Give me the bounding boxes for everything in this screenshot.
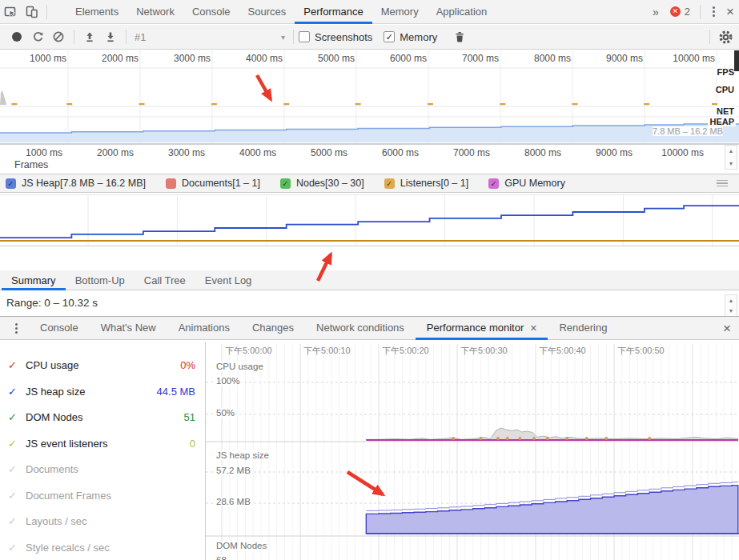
metric-row-document-frames[interactable]: ✓Document Frames bbox=[0, 482, 205, 509]
drawer-tab-animations[interactable]: Animations bbox=[167, 316, 241, 340]
devtools-menu-icon[interactable] bbox=[705, 6, 721, 17]
legend-checkbox[interactable]: ✓ bbox=[280, 178, 291, 189]
drawer-tab-performance-monitor[interactable]: Performance monitor× bbox=[416, 316, 548, 340]
details-tab-event-log[interactable]: Event Log bbox=[195, 270, 262, 290]
history-select[interactable]: #1 ▾ bbox=[131, 31, 288, 43]
load-profile-icon[interactable] bbox=[79, 26, 100, 47]
memory-checkbox[interactable]: ✓ bbox=[384, 31, 395, 42]
ruler-tick: 10000 ms bbox=[637, 147, 704, 158]
scroll-up-icon[interactable]: ▲ bbox=[729, 146, 734, 156]
scroll-up-icon[interactable]: ▲ bbox=[729, 295, 734, 306]
divider bbox=[293, 30, 294, 44]
more-tabs-chevron-icon[interactable]: » bbox=[646, 6, 665, 18]
drawer-menu-icon[interactable] bbox=[8, 323, 24, 334]
scroll-down-icon[interactable]: ▼ bbox=[729, 158, 734, 169]
drawer-tab-console[interactable]: Console bbox=[29, 316, 90, 340]
ruler-tick: 5000 ms bbox=[280, 147, 347, 158]
metric-label: DOM Nodes bbox=[26, 411, 184, 423]
save-profile-icon[interactable] bbox=[100, 26, 121, 47]
time-tick-label: 下午5:00:30 bbox=[460, 345, 508, 357]
legend-label: Nodes[30 – 30] bbox=[296, 178, 364, 189]
screenshots-checkbox[interactable] bbox=[299, 31, 310, 42]
metric-checkmark-icon: ✓ bbox=[8, 515, 26, 527]
legend-item[interactable]: Documents[1 – 1] bbox=[166, 178, 260, 189]
ruler-tick: 9000 ms bbox=[565, 147, 633, 158]
main-tab-memory[interactable]: Memory bbox=[372, 0, 428, 24]
garbage-collect-icon[interactable] bbox=[448, 26, 469, 47]
reload-and-record-button[interactable] bbox=[27, 26, 48, 47]
ruler-tick: 4000 ms bbox=[215, 53, 283, 64]
scrollbar-vertical[interactable]: ▲ ▼ bbox=[725, 145, 737, 170]
drawer-tab-network-conditions[interactable]: Network conditions bbox=[305, 316, 416, 340]
cpu-section-label: CPU usage bbox=[215, 362, 265, 371]
details-tab-summary[interactable]: Summary bbox=[2, 270, 66, 290]
main-tab-application[interactable]: Application bbox=[428, 0, 496, 24]
error-badge[interactable]: ✕ 2 bbox=[670, 6, 690, 18]
drawer-tab-changes[interactable]: Changes bbox=[241, 316, 305, 340]
main-tab-console[interactable]: Console bbox=[183, 0, 239, 24]
ruler-tick: 4000 ms bbox=[209, 147, 276, 158]
record-button[interactable] bbox=[6, 26, 27, 47]
metric-row-style-recalcs-sec[interactable]: ✓Style recalcs / sec bbox=[0, 534, 205, 560]
metric-row-js-event-listeners[interactable]: ✓JS event listeners0 bbox=[0, 430, 205, 457]
ruler-tick: 2000 ms bbox=[71, 53, 139, 64]
legend-checkbox[interactable]: ✓ bbox=[384, 178, 395, 189]
ruler-tick: 3000 ms bbox=[143, 53, 211, 64]
metric-row-layouts-sec[interactable]: ✓Layouts / sec bbox=[0, 508, 205, 534]
inspect-element-icon[interactable] bbox=[0, 2, 21, 22]
details-tab-bottom-up[interactable]: Bottom-Up bbox=[66, 270, 135, 290]
lane-label-heap: HEAP bbox=[708, 117, 736, 126]
time-tick-label: 下午5:00:40 bbox=[539, 345, 586, 357]
scroll-down-icon[interactable]: ▼ bbox=[729, 306, 734, 316]
legend-label: GPU Memory bbox=[504, 178, 565, 189]
details-tab-call-tree[interactable]: Call Tree bbox=[135, 270, 195, 290]
monitor-chart[interactable] bbox=[206, 342, 739, 560]
legend-item[interactable]: ✓Nodes[30 – 30] bbox=[280, 178, 364, 189]
metric-checkmark-icon: ✓ bbox=[8, 542, 26, 554]
scrollbar-vertical[interactable]: ▲ ▼ bbox=[725, 294, 737, 317]
devtools-close-icon[interactable]: × bbox=[721, 5, 739, 18]
metric-checkmark-icon: ✓ bbox=[8, 490, 26, 502]
divider bbox=[74, 30, 74, 44]
divider bbox=[126, 30, 127, 44]
drawer-tabs: ConsoleWhat's NewAnimationsChangesNetwor… bbox=[29, 316, 618, 340]
legend-checkbox[interactable]: ✓ bbox=[6, 178, 16, 189]
drawer-tabbar: ConsoleWhat's NewAnimationsChangesNetwor… bbox=[0, 316, 739, 340]
main-tab-elements[interactable]: Elements bbox=[66, 0, 127, 24]
metric-label: JS event listeners bbox=[26, 438, 190, 450]
performance-toolbar: #1 ▾ Screenshots ✓ Memory bbox=[0, 25, 739, 50]
metric-checkmark-icon: ✓ bbox=[8, 411, 26, 423]
main-tab-performance[interactable]: Performance bbox=[295, 0, 372, 24]
cpu-tick-50: 50% bbox=[215, 408, 236, 418]
legend-item[interactable]: ✓JS Heap[7.8 MB – 16.2 MB] bbox=[6, 178, 146, 189]
devtools-tabbar: ElementsNetworkConsoleSourcesPerformance… bbox=[0, 0, 739, 24]
memory-counters-chart[interactable] bbox=[0, 194, 739, 246]
legend-checkbox[interactable]: ✓ bbox=[488, 178, 499, 189]
settings-gear-icon[interactable] bbox=[715, 26, 736, 47]
ruler-tick: 6000 ms bbox=[359, 53, 427, 64]
clear-button[interactable] bbox=[48, 26, 69, 47]
drawer-close-icon[interactable]: × bbox=[718, 322, 736, 335]
main-tab-sources[interactable]: Sources bbox=[239, 0, 295, 24]
drawer-tab-what-s-new[interactable]: What's New bbox=[90, 316, 167, 340]
legend-menu-icon[interactable] bbox=[717, 180, 728, 187]
tab-close-icon[interactable]: × bbox=[530, 316, 536, 340]
legend-item[interactable]: ✓Listeners[0 – 1] bbox=[384, 178, 468, 189]
metric-row-js-heap-size[interactable]: ✓JS heap size44.5 MB bbox=[0, 378, 205, 405]
metric-row-documents[interactable]: ✓Documents bbox=[0, 456, 205, 482]
main-tab-network[interactable]: Network bbox=[127, 0, 183, 24]
device-toolbar-icon[interactable] bbox=[21, 2, 42, 22]
legend-item[interactable]: ✓GPU Memory bbox=[488, 178, 565, 189]
counters-legend: ✓JS Heap[7.8 MB – 16.2 MB]Documents[1 – … bbox=[0, 174, 739, 193]
devtools-window: ElementsNetworkConsoleSourcesPerformance… bbox=[0, 0, 739, 560]
metric-row-cpu-usage[interactable]: ✓CPU usage0% bbox=[0, 352, 205, 378]
lane-label-cpu: CPU bbox=[714, 85, 736, 94]
cpu-tick-100: 100% bbox=[215, 376, 241, 386]
legend-checkbox[interactable] bbox=[166, 178, 176, 189]
drawer-tab-rendering[interactable]: Rendering bbox=[548, 316, 618, 340]
ruler-tick: 5000 ms bbox=[287, 53, 355, 64]
metric-row-dom-nodes[interactable]: ✓DOM Nodes51 bbox=[0, 404, 205, 430]
overview-ruler: 1000 ms2000 ms3000 ms4000 ms5000 ms6000 … bbox=[0, 50, 739, 68]
time-tick-label: 下午5:00:00 bbox=[225, 345, 272, 357]
legend-items: ✓JS Heap[7.8 MB – 16.2 MB]Documents[1 – … bbox=[6, 178, 565, 189]
